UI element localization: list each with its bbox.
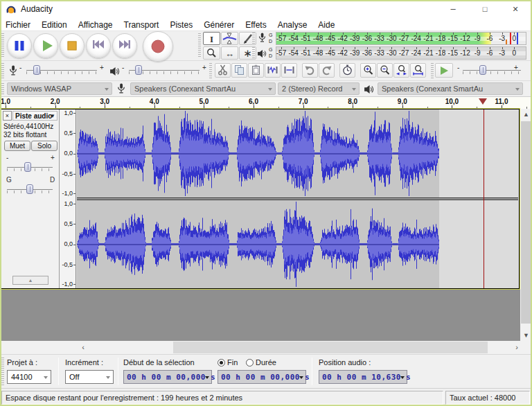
vertical-scroll-thumb[interactable] (521, 121, 531, 324)
recording-volume-slider[interactable] (26, 67, 97, 75)
selection-start-field[interactable]: 00 h 00 m 00,000 s (123, 370, 212, 384)
project-rate-select[interactable]: 44100 (7, 370, 51, 384)
menu-item-analyse[interactable]: Analyse (272, 19, 313, 30)
selection-end-field[interactable]: 00 h 00 m 00,000 s (218, 370, 306, 384)
maximize-button[interactable]: □ (470, 0, 500, 18)
audio-position-field[interactable]: 00 h 00 m 10,630 s (319, 370, 407, 384)
field-dropdown-icon[interactable] (205, 376, 209, 379)
track-collapse-button[interactable]: ▲ (12, 276, 48, 285)
end-radio-label[interactable]: Fin (227, 358, 238, 367)
cut-button[interactable] (215, 63, 231, 78)
pan-thumb[interactable] (26, 184, 33, 194)
vertical-ruler-left-channel[interactable]: 1,00,50,0-0,5-1,0 (60, 109, 76, 197)
menu-item-fichier[interactable]: Fichier (0, 19, 36, 30)
undo-button[interactable] (302, 63, 318, 78)
trim-audio-button[interactable] (265, 63, 281, 78)
device-gripper[interactable] (1, 83, 4, 94)
waveform-canvas-right[interactable] (77, 200, 439, 288)
zoom-in-button[interactable] (360, 63, 376, 78)
playhead-marker[interactable] (479, 98, 487, 105)
copy-button[interactable] (231, 63, 247, 78)
play-speed-slider[interactable] (463, 67, 521, 75)
skip-to-start-button[interactable] (86, 33, 111, 58)
playback-volume-slider[interactable] (129, 67, 200, 75)
waveform-canvas-left[interactable] (77, 109, 439, 197)
title-bar[interactable]: Audacity – □ × (0, 0, 532, 18)
recording-meter-gripper[interactable] (252, 33, 255, 44)
silence-audio-button[interactable] (281, 63, 297, 78)
menu-item-générer[interactable]: Générer (198, 19, 240, 30)
recording-device-select[interactable]: Speakers (Conexant SmartAu (130, 82, 276, 95)
paste-button[interactable] (248, 63, 264, 78)
meter-db-label: -3 (499, 35, 505, 42)
duration-radio-label[interactable]: Durée (256, 358, 276, 367)
track-name-menu[interactable]: Piste audio ▼ (12, 111, 57, 121)
vertical-ruler-right-channel[interactable]: 1,00,50,0-0,5-1,0 (60, 200, 76, 288)
end-radio[interactable] (218, 359, 225, 367)
menu-item-effets[interactable]: Effets (240, 19, 272, 30)
record-button[interactable] (143, 31, 173, 62)
time-shift-tool-button[interactable]: ↔ (221, 46, 238, 60)
selection-toolbar-gripper[interactable] (1, 358, 4, 385)
minimize-button[interactable]: – (438, 0, 468, 18)
horizontal-scrollbar[interactable]: ‹ › (0, 341, 532, 354)
fit-project-button[interactable] (410, 63, 426, 78)
mute-button[interactable]: Muet (4, 141, 30, 151)
close-button[interactable]: × (500, 0, 531, 18)
vertical-scrollbar[interactable]: ▲ ▼ (520, 109, 532, 341)
recording-meter-toolbar[interactable]: G D -57-54-51-48-45-42-39-36-33-30-27-24… (252, 31, 532, 46)
pause-button[interactable] (7, 33, 32, 58)
zoom-out-button[interactable] (377, 63, 393, 78)
waveform-channel-right[interactable] (77, 200, 518, 288)
meter-db-label: -51 (301, 49, 310, 57)
gain-thumb[interactable] (24, 162, 31, 172)
menu-item-pistes[interactable]: Pistes (164, 19, 198, 30)
menu-item-transport[interactable]: Transport (118, 19, 165, 30)
waveform-view[interactable] (77, 109, 518, 288)
field-dropdown-icon[interactable] (299, 376, 303, 379)
tools-gripper[interactable] (198, 33, 201, 58)
vertical-rulers[interactable]: 1,00,50,0-0,5-1,0 1,00,50,0-0,5-1,0 (60, 109, 76, 288)
menu-item-edition[interactable]: Edition (36, 19, 73, 30)
scroll-down-arrow[interactable]: ▼ (520, 330, 532, 341)
scroll-right-arrow[interactable]: › (511, 341, 522, 354)
transport-gripper[interactable] (1, 33, 4, 58)
recording-volume-thumb[interactable] (33, 65, 40, 75)
playback-device-select[interactable]: Speakers (Conexant SmartAu (378, 82, 523, 95)
waveform-channel-left[interactable] (77, 109, 518, 197)
scroll-left-arrow[interactable]: ‹ (78, 341, 89, 354)
audio-host-select[interactable]: Windows WASAP (7, 82, 112, 95)
fit-selection-button[interactable] (393, 63, 409, 78)
zoom-tool-button[interactable] (203, 46, 220, 60)
duration-radio[interactable] (246, 359, 254, 367)
sync-lock-button[interactable] (339, 63, 355, 78)
playback-volume-thumb[interactable] (135, 65, 142, 75)
solo-button[interactable]: Solo (31, 141, 57, 151)
playback-meter-gripper[interactable] (252, 47, 255, 59)
timeline-ruler[interactable]: 1,02,03,04,05,06,07,08,09,010,011,0 (0, 97, 532, 109)
track-close-button[interactable]: × (3, 111, 12, 121)
scroll-up-arrow[interactable]: ▲ (520, 109, 532, 120)
playback-meter-bar[interactable]: -57-54-51-48-45-42-39-36-33-30-27-24-21-… (276, 46, 526, 60)
horizontal-scroll-thumb[interactable] (173, 342, 488, 353)
menu-item-affichage[interactable]: Affichage (73, 19, 118, 30)
play-speed-thumb[interactable] (479, 65, 486, 75)
play-at-speed-button[interactable] (435, 63, 453, 78)
recording-meter-bar[interactable]: -57-54-51-48-45-42-39-36-33-30-27-24-21-… (276, 32, 526, 45)
menu-item-aide[interactable]: Aide (312, 19, 340, 30)
playback-meter-toolbar[interactable]: G D -57-54-51-48-45-42-39-36-33-30-27-24… (252, 46, 532, 60)
field-dropdown-icon[interactable] (400, 376, 405, 379)
gain-slider[interactable] (7, 164, 53, 172)
edit-gripper[interactable] (209, 63, 212, 78)
stop-button[interactable] (60, 33, 85, 58)
selection-tool-button[interactable]: I (203, 32, 220, 45)
snap-select[interactable]: Off (65, 370, 114, 384)
recording-channels-select[interactable]: 2 (Stereo) Record (278, 82, 360, 95)
play-button[interactable] (33, 33, 58, 58)
pan-slider[interactable] (7, 186, 53, 194)
play-at-speed-gripper[interactable] (431, 63, 434, 78)
redo-button[interactable] (319, 63, 335, 78)
skip-to-end-button[interactable] (112, 33, 137, 58)
mixer-gripper[interactable] (1, 63, 4, 78)
envelope-tool-button[interactable] (221, 32, 238, 45)
